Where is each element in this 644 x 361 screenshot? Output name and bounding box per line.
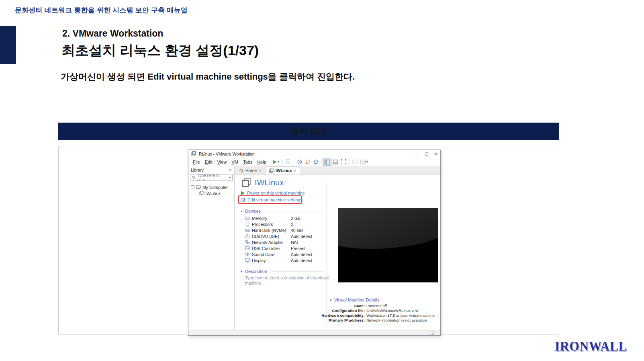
device-name: Processors	[252, 222, 273, 227]
detail-row-hardware-compatibility: Hardware compatibility:Workstation 17.5 …	[321, 313, 435, 318]
detail-label: Configuration file:	[321, 308, 365, 313]
left-accent-block	[0, 26, 16, 64]
window-titlebar[interactable]: RLinux - VMware Workstation – ▢ ✕	[188, 150, 440, 158]
library-close-icon[interactable]: ✕	[229, 168, 232, 172]
page-title: 최초설치 리눅스 환경 설정(1/37)	[61, 41, 259, 60]
send-ctrl-alt-del-button[interactable]	[284, 158, 292, 166]
manual-header-title: 문화센터 네트워크 통합을 위한 시스템 보안 구축 매뉴얼	[15, 6, 188, 15]
section-rule	[271, 271, 323, 272]
revert-snapshot-button[interactable]	[304, 158, 312, 166]
search-icon	[192, 176, 196, 179]
tree-item-label: IWLinux	[205, 191, 221, 196]
power-on-toolbar-button[interactable]: ▾	[271, 158, 280, 166]
vm-icon-large	[241, 178, 251, 187]
power-options-caret-icon[interactable]: ▾	[278, 160, 279, 164]
vm-details-section-header[interactable]: ▼ Virtual Machine Details	[329, 297, 438, 302]
cd-dvd-icon	[245, 234, 250, 239]
section-label: 2. VMware Workstation	[62, 28, 163, 39]
menu-file[interactable]: File	[190, 159, 202, 165]
show-library-toggle[interactable]	[323, 158, 331, 166]
output-result-banner: 출력 결과	[58, 123, 559, 140]
vm-screen-preview[interactable]	[338, 208, 438, 283]
device-value: 2	[291, 222, 293, 227]
device-value: Auto detect	[291, 234, 312, 239]
vm-details-section-label: Virtual Machine Details	[334, 297, 379, 302]
network-adapter-icon	[245, 240, 250, 244]
tab-home[interactable]: Home ✕	[236, 166, 265, 174]
tab-strip: Home ✕ IWLinux ✕	[235, 166, 440, 175]
detail-label: Primary IP address:	[321, 318, 365, 322]
menu-vm[interactable]: VM	[229, 159, 241, 165]
vm-name-heading: IWLinux	[255, 178, 284, 187]
library-search-input[interactable]: Type here to sear... ▾	[190, 174, 233, 181]
power-on-link[interactable]: Power on this virtual machine	[241, 191, 305, 195]
detail-row-primary-ip: Primary IP address:Network information i…	[321, 318, 427, 322]
display-icon	[245, 258, 250, 263]
window-title: RLinux - VMware Workstation	[199, 152, 255, 156]
vmware-window: RLinux - VMware Workstation – ▢ ✕ File E…	[188, 150, 441, 336]
detail-value: C:₩VM₩RLinux₩RLinux.vmx	[366, 308, 419, 313]
search-placeholder: Type here to sear...	[197, 173, 227, 182]
detail-row-configuration-file: Configuration file:C:₩VM₩RLinux₩RLinux.v…	[321, 308, 419, 313]
detail-row-state: State:Powered off	[321, 304, 387, 308]
vm-icon	[269, 168, 274, 173]
close-button[interactable]: ✕	[435, 152, 438, 156]
memory-icon	[245, 216, 250, 220]
vmware-app-icon	[191, 151, 196, 156]
collapse-triangle-icon[interactable]: ▼	[329, 299, 332, 302]
menu-help[interactable]: Help	[255, 159, 269, 165]
menu-view[interactable]: View	[215, 159, 229, 165]
output-result-label: 출력 결과	[292, 126, 326, 137]
message-log-icon[interactable]	[429, 331, 434, 335]
tree-expander-icon[interactable]: −	[191, 185, 194, 189]
console-view-button[interactable]	[351, 158, 359, 166]
section-rule	[383, 300, 438, 300]
library-panel-title: Library	[191, 168, 204, 172]
description-section-header[interactable]: ▼ Description	[240, 269, 323, 274]
menu-toolbar: File Edit View VM Tabs Help ▾	[188, 158, 440, 166]
search-caret-icon[interactable]: ▾	[229, 176, 231, 179]
instruction-text: 가상머신이 생성 되면 Edit virtual machine setting…	[61, 71, 355, 83]
device-name: Display	[252, 258, 266, 263]
detail-label: State:	[321, 304, 365, 308]
description-placeholder[interactable]: Type here to enter a description of this…	[245, 275, 333, 285]
slide-page: 문화센터 네트워크 통합을 위한 시스템 보안 구축 매뉴얼 2. VMware…	[0, 0, 644, 361]
tree-item-iwlinux[interactable]: IWLinux	[188, 190, 234, 196]
computer-icon	[196, 185, 201, 189]
device-value: 2 GB	[291, 216, 301, 221]
tree-item-label: My Computer	[202, 185, 228, 190]
fullscreen-button[interactable]	[339, 158, 348, 166]
device-value: NAT	[291, 240, 299, 245]
red-highlight-annotation	[238, 195, 302, 204]
manage-snapshots-button[interactable]	[312, 158, 320, 166]
menu-tabs[interactable]: Tabs	[241, 159, 255, 165]
ironwall-logo: IRONWALL	[555, 338, 627, 354]
detail-value: Workstation 17.5 or later virtual machin…	[366, 313, 435, 318]
device-name: Hard Disk (NVMe)	[252, 228, 286, 233]
detail-label: Hardware compatibility:	[321, 313, 365, 318]
device-name: Network Adapter	[252, 240, 283, 245]
take-snapshot-button[interactable]	[296, 158, 304, 166]
show-thumbnail-bar-toggle[interactable]	[331, 158, 339, 166]
external-display-caret-icon[interactable]: ▾	[366, 160, 368, 164]
hard-disk-icon	[245, 228, 250, 232]
tree-item-my-computer[interactable]: − My Computer	[188, 184, 234, 190]
device-value: 40 GB	[291, 228, 303, 233]
collapse-triangle-icon[interactable]: ▼	[240, 270, 243, 273]
device-value: Auto detect	[291, 258, 312, 263]
header-divider	[240, 190, 437, 190]
minimize-button[interactable]: –	[417, 152, 419, 156]
tab-iwlinux[interactable]: IWLinux ✕	[266, 166, 301, 174]
devices-section-header[interactable]: ▼ Devices	[240, 209, 323, 213]
usb-icon	[245, 246, 250, 250]
external-display-button[interactable]: ▾	[359, 158, 369, 166]
home-icon	[239, 168, 243, 172]
vm-title-header: IWLinux	[241, 178, 284, 187]
menu-edit[interactable]: Edit	[202, 159, 215, 165]
play-icon	[241, 191, 245, 195]
tab-close-icon[interactable]: ✕	[259, 169, 262, 172]
collapse-triangle-icon[interactable]: ▼	[240, 210, 243, 213]
vm-content: Home ✕ IWLinux ✕	[235, 166, 440, 330]
maximize-button[interactable]: ▢	[425, 152, 428, 156]
tab-close-icon[interactable]: ✕	[294, 169, 297, 172]
